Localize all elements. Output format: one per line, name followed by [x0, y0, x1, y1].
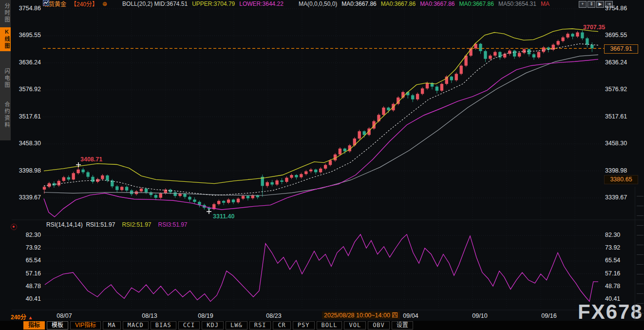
x-axis-date-label: 08/07 [57, 312, 72, 319]
x-axis-date-label: 09/04 [403, 312, 418, 319]
ma-red: MA [541, 0, 549, 7]
rsi-axis-label-right: 73.92 [605, 244, 633, 251]
x-axis-date-label: 09/16 [541, 312, 556, 319]
sidebar-item-4[interactable]: 合约资料 [0, 101, 11, 129]
add-indicator-icon[interactable]: ⊕ [102, 0, 107, 7]
rsi-axis-label: 48.78 [13, 283, 41, 290]
y-axis-label-right: 3576.92 [605, 86, 633, 93]
footer-button-OBV[interactable]: OBV [368, 321, 390, 330]
rsi-axis-label-right: 40.41 [605, 295, 633, 302]
swing-low-label: 3311.40 [213, 213, 235, 220]
sidebar-item-2[interactable]: K线图 [0, 27, 11, 51]
swing-high-label: 3408.71 [80, 156, 102, 163]
ma0-white: MA0:3667.86 [341, 0, 376, 7]
y-axis-label: 3517.61 [13, 113, 41, 120]
rsi-axis-label: 57.16 [13, 270, 41, 277]
rsi3-value: RSI3:51.97 [158, 221, 187, 228]
indicator-header: 现货黄金【240分】⊕BOLL(20,2) MID:3674.51UPPER:3… [43, 0, 549, 7]
rsi-axis-label-right: 82.30 [605, 232, 633, 238]
period-selector[interactable]: 240分 ▲ [11, 312, 33, 321]
ma0-yellow: MA0:3667.86 [381, 0, 416, 7]
rsi-axis-label: 73.92 [13, 244, 41, 251]
footer-button-BOLL[interactable]: BOLL [317, 321, 342, 330]
left-sidebar: 分时图K线图闪电图合约资料 [0, 0, 11, 330]
ma-chart-icon[interactable] [288, 1, 294, 7]
footer-button-MA[interactable]: MA [103, 321, 120, 330]
y-axis-label: 3695.55 [13, 32, 41, 39]
main-chart-canvas[interactable] [0, 0, 644, 330]
rsi-axis-label: 82.30 [13, 232, 41, 238]
boll-chart-icon[interactable] [112, 1, 118, 7]
y-axis-label: 3576.92 [13, 86, 41, 93]
rsi-indicator-dot-icon[interactable] [11, 224, 17, 230]
footer-toolbar: 指标模板VIP指标MAMACDBIASCCIKDJLW&RSICRPSYBOLL… [0, 321, 644, 330]
boll-mid: BOLL(20,2) MID:3674.51 [122, 0, 188, 7]
footer-button-指标[interactable]: 指标 [23, 321, 45, 330]
ma0-green: MA0:3667.86 [459, 0, 494, 7]
hovered-candle-time: 2025/08/28 10:00~14:00 四 [322, 311, 400, 319]
y-axis-label-right: 3398.98 [605, 167, 633, 174]
x-axis-date-label: 08/19 [198, 312, 213, 319]
y-axis-label-right: 3517.61 [605, 113, 633, 120]
sidebar-item-1[interactable]: 分时图 [0, 3, 11, 23]
rsi-axis-label: 40.41 [13, 295, 41, 302]
rsi-header: RSI(14,14,14) RSI1:51.97 RSI2:51.97 RSI3… [46, 221, 188, 228]
x-axis-date-label: 09/10 [472, 312, 487, 319]
period-high-label: 3707.35 [583, 24, 605, 31]
rsi-axis-label-right: 48.78 [605, 283, 633, 290]
footer-button-MACD[interactable]: MACD [123, 321, 149, 330]
y-axis-label: 3398.98 [13, 167, 41, 174]
footer-button-RSI[interactable]: RSI [249, 321, 271, 330]
axis-play-icon[interactable]: ▶ [596, 1, 604, 8]
footer-button-LW&[interactable]: LW& [226, 321, 247, 330]
watermark: FX678 [578, 300, 643, 324]
footer-button-CR[interactable]: CR [273, 321, 290, 330]
boll-lower: LOWER:3644.22 [239, 0, 284, 7]
rsi-axis-label-right: 57.16 [605, 270, 633, 277]
ma0-magenta: MA0:3667.86 [420, 0, 455, 7]
axis-fit-icon[interactable]: ⇕ [587, 1, 595, 8]
y-axis-label-right: 3458.30 [605, 140, 633, 147]
y-axis-label-right: 3695.55 [605, 32, 633, 39]
footer-button-CCI[interactable]: CCI [178, 321, 200, 330]
footer-button-VOL[interactable]: VOL [344, 321, 366, 330]
period-label: 【240分】 [71, 0, 98, 8]
footer-button-BIAS[interactable]: BIAS [151, 321, 176, 330]
y-axis-label: 3754.86 [13, 5, 41, 12]
sidebar-rail: 分时图K线图闪电图合约资料 [0, 0, 11, 140]
right-scroll-grip[interactable] [635, 187, 644, 323]
footer-button-PSY[interactable]: PSY [293, 321, 315, 330]
pane-layout-icon[interactable]: + [579, 1, 587, 8]
y-axis-label-right: 3636.24 [605, 59, 633, 66]
footer-button-KDJ[interactable]: KDJ [202, 321, 224, 330]
x-axis-date-label: 08/13 [142, 312, 157, 319]
rsi2-value: RSI2:51.97 [122, 221, 151, 228]
rsi-axis-label: 65.54 [13, 257, 41, 264]
y-axis-label: 3458.30 [13, 140, 41, 147]
rsi-axis-label-right: 65.54 [605, 257, 633, 264]
current-price-label: 3667.91 [604, 44, 638, 54]
footer-button-模板[interactable]: 模板 [47, 321, 68, 330]
y-axis-label-right: 3339.67 [605, 194, 633, 201]
ma-params: MA(0,0,0,50,0) [299, 0, 337, 7]
x-axis-date-label: 08/23 [266, 312, 281, 319]
boll-upper: UPPER:3704.79 [192, 0, 235, 7]
footer-button-设置[interactable]: 设置 [392, 321, 413, 330]
rsi-params: RSI(14,14,14) RSI1:51.97 [46, 221, 115, 228]
y-axis-label: 3636.24 [13, 59, 41, 66]
period-arrow-icon: ▲ [28, 315, 33, 320]
sidebar-item-3[interactable]: 闪电图 [0, 68, 11, 89]
y-axis-label-right: 3754.86 [605, 5, 633, 12]
y-axis-label: 3339.67 [13, 194, 41, 201]
ma50: MA50:3654.31 [498, 0, 536, 7]
secondary-price-label: 3380.65 [604, 175, 638, 184]
footer-button-VIP指标[interactable]: VIP指标 [70, 321, 101, 330]
